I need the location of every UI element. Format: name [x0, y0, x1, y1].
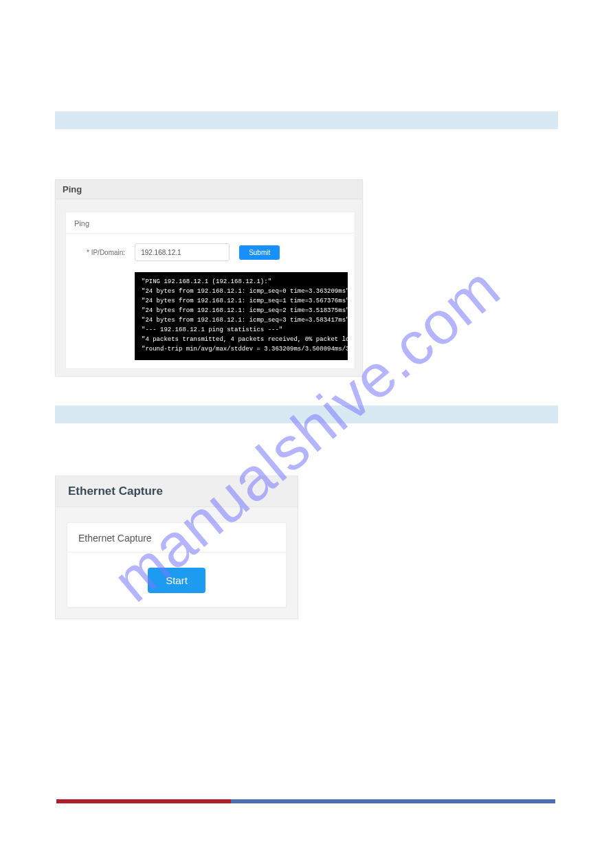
footer-bar — [56, 799, 555, 803]
start-button[interactable]: Start — [148, 568, 205, 593]
ethernet-capture-card-title: Ethernet Capture — [67, 523, 286, 553]
ip-domain-input[interactable] — [135, 243, 230, 261]
ip-domain-label: * IP/Domain: — [87, 249, 125, 256]
submit-button[interactable]: Submit — [239, 245, 280, 260]
footer-bar-red — [56, 799, 231, 803]
section-divider-1 — [55, 111, 558, 129]
ethernet-capture-card: Ethernet Capture Start — [67, 522, 287, 608]
ping-panel-title: Ping — [56, 180, 362, 199]
ethernet-capture-title: Ethernet Capture — [56, 476, 298, 507]
section-divider-2 — [55, 405, 558, 423]
ping-output-terminal: "PING 192.168.12.1 (192.168.12.1):" "24 … — [135, 272, 348, 360]
ping-form-row: * IP/Domain: Submit — [66, 234, 355, 268]
ping-card: Ping * IP/Domain: Submit "PING 192.168.1… — [65, 212, 355, 369]
ethernet-capture-panel: Ethernet Capture Ethernet Capture Start — [55, 476, 298, 619]
ping-card-title: Ping — [66, 212, 355, 234]
footer-bar-blue — [231, 799, 555, 803]
ping-panel: Ping Ping * IP/Domain: Submit "PING 192.… — [55, 179, 363, 377]
